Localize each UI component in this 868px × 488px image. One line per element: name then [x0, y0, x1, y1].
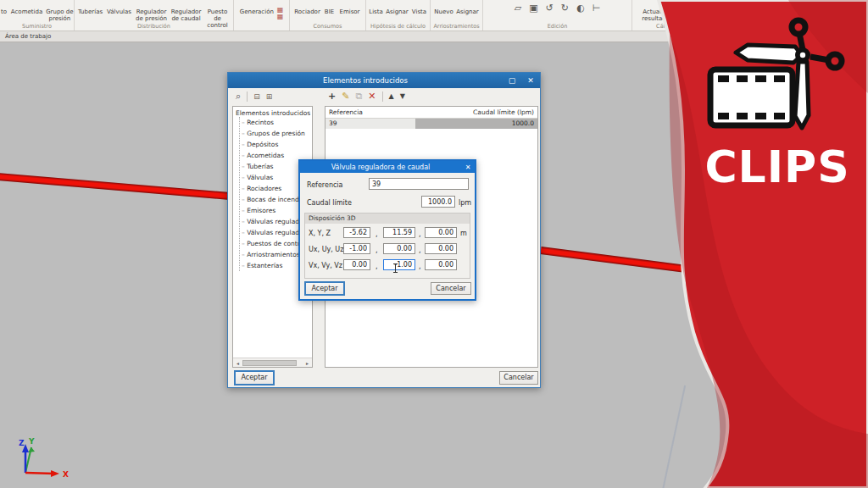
ribbon-group-calculo: Actualizar resultados ✔ ✘ Cálculo — [632, 0, 700, 30]
tree-item-depositos[interactable]: Depósitos — [240, 139, 312, 150]
text-cursor — [395, 263, 396, 273]
ribbon-toolbar: to Acometida Grupo de presión Suministro… — [0, 0, 868, 31]
vy-input[interactable] — [383, 259, 415, 270]
scroll-left-icon[interactable]: ◂ — [233, 360, 242, 366]
scrollbar-thumb[interactable] — [242, 360, 297, 366]
uxyz-label: Ux, Uy, Uz — [309, 246, 343, 253]
vx-input[interactable] — [343, 259, 370, 270]
group-header: Disposición 3D — [305, 214, 470, 224]
move-down-icon[interactable]: ▼ — [400, 92, 405, 100]
pipe-segment-right[interactable] — [540, 247, 688, 273]
copy-objects-icon[interactable]: ▣ — [529, 3, 537, 14]
valvula-reguladora-dialog: Válvula reguladora de caudal ✕ Referenci… — [298, 159, 476, 301]
ribbon-item-generacion[interactable]: Generación — [240, 8, 274, 15]
accept-button[interactable]: Aceptar — [305, 282, 344, 295]
caudal-limite-input[interactable] — [421, 196, 455, 208]
z-input[interactable] — [425, 227, 457, 238]
ribbon-item-valvulas[interactable]: Válvulas — [106, 8, 133, 15]
close-button[interactable]: ✕ — [461, 164, 475, 171]
ribbon-item-vista[interactable]: Vista — [411, 8, 428, 15]
axis-y-label: Y — [28, 437, 35, 446]
tree-item-recintos[interactable]: Recintos — [240, 117, 312, 128]
tree-item-grupos-presion[interactable]: Grupos de presión — [240, 128, 312, 139]
ribbon-group-hipotesis: Lista Asignar Vista Hipótesis de cálculo — [366, 0, 431, 30]
banner-shape — [659, 0, 868, 488]
divider — [382, 92, 383, 102]
referencia-input[interactable] — [369, 178, 469, 190]
scissors-pivot-icon — [795, 47, 810, 63]
move-up-icon[interactable]: ▲ — [389, 92, 394, 100]
mirror-icon[interactable]: ◐ — [576, 3, 585, 14]
banner-swoosh — [670, 34, 868, 488]
ribbon-item-asignar[interactable]: Asignar — [386, 8, 409, 15]
ribbon-item-bie[interactable]: BIE — [323, 8, 337, 15]
ribbon-item-acometida[interactable]: Acometida — [9, 8, 44, 15]
divider — [247, 92, 248, 102]
vz-input[interactable] — [425, 259, 457, 270]
collapse-tree-icon[interactable]: ⊟ — [253, 92, 260, 101]
rotate-ccw-icon[interactable]: ↺ — [546, 3, 554, 14]
ribbon-group-generacion: Generación ▦ ▦ — [234, 0, 290, 30]
ribbon-group-consumos: Rociador BIE Emisor Consumos — [290, 0, 366, 30]
ux-input[interactable] — [343, 243, 370, 254]
ribbon-item-actualizar-resultados[interactable]: Actualizar resultados — [640, 8, 676, 22]
ribbon-group-label: Suministro — [0, 23, 74, 30]
cancel-button[interactable]: Cancelar — [499, 371, 538, 385]
cell-referencia: 39 — [326, 119, 415, 129]
maximize-button[interactable]: ▢ — [503, 76, 521, 85]
tree-toolbar: ⌕ ⊟ ⊞ — [236, 91, 272, 102]
x-input[interactable] — [343, 227, 370, 238]
ribbon-item-asignar-arr[interactable]: Asignar — [456, 8, 480, 15]
horizontal-scrollbar[interactable]: ◂ ▸ — [233, 358, 312, 367]
separator: , — [419, 230, 421, 238]
uy-input[interactable] — [383, 243, 415, 254]
xyz-unit-label: m — [460, 230, 467, 237]
separator: , — [376, 230, 378, 238]
ribbon-item-grupo-presion[interactable]: Grupo de presión — [46, 8, 74, 22]
scroll-right-icon[interactable]: ▸ — [303, 360, 312, 366]
ribbon-item-deposito[interactable]: to — [0, 8, 8, 15]
table-row[interactable]: 39 1000.0 — [326, 119, 537, 129]
dialog-titlebar[interactable]: Válvula reguladora de caudal ✕ — [300, 161, 475, 173]
brush-icon[interactable]: ▱ — [515, 3, 521, 14]
ribbon-group-label: Hipótesis de cálculo — [366, 23, 430, 30]
cancel-button[interactable]: Cancelar — [431, 282, 471, 295]
search-icon[interactable]: ⌕ — [236, 91, 241, 102]
expand-tree-icon[interactable]: ⊞ — [266, 92, 273, 101]
uz-input[interactable] — [425, 243, 457, 254]
caudal-limite-label: Caudal límite — [307, 199, 352, 207]
rotate-cw-icon[interactable]: ↻ — [561, 3, 569, 14]
tree-root[interactable]: Elementos introducidos — [233, 107, 312, 117]
pin-icon[interactable]: ⊢ — [593, 3, 601, 14]
ribbon-item-emisor[interactable]: Emisor — [338, 8, 362, 15]
accept-button[interactable]: Aceptar — [235, 371, 274, 385]
y-input[interactable] — [383, 227, 415, 238]
scissors-blade-icon — [795, 62, 809, 128]
ribbon-item-tuberias[interactable]: Tuberías — [77, 8, 104, 15]
ribbon-group-distribucion: Tuberías Válvulas Regulador de presión R… — [75, 0, 234, 30]
table-header: Referencia Caudal límite (lpm) — [326, 107, 537, 119]
pipe-segment-left[interactable] — [0, 173, 230, 200]
delete-icon[interactable]: ✕ — [368, 91, 376, 102]
add-icon[interactable]: + — [328, 91, 336, 102]
generation-grid-icons[interactable]: ▦ ▦ — [277, 7, 284, 20]
axis-x-label: X — [63, 470, 69, 479]
check-calculation-icon[interactable]: ✔ ✘ — [680, 8, 693, 22]
dialog-titlebar[interactable]: Elementos introducidos ▢ ✕ — [228, 73, 540, 88]
ribbon-item-regulador-caudal[interactable]: Regulador de caudal — [170, 8, 203, 22]
ribbon-item-regulador-presion[interactable]: Regulador de presión — [135, 8, 169, 22]
ribbon-item-rociador[interactable]: Rociador — [294, 8, 321, 15]
workspace-tab[interactable]: Área de trabajo — [0, 31, 868, 42]
separator: , — [419, 263, 421, 270]
close-button[interactable]: ✕ — [521, 76, 540, 85]
edit-icon[interactable]: ✎ — [342, 91, 349, 102]
ribbon-item-nuevo[interactable]: Nuevo — [434, 8, 454, 15]
dialog-title: Válvula reguladora de caudal — [300, 164, 461, 171]
ribbon-item-lista[interactable]: Lista — [369, 8, 384, 15]
ribbon-group-edicion: ▱ ▣ ↺ ↻ ◐ ⊢ Edición — [483, 0, 632, 30]
axis-indicator: Z Y X — [8, 434, 85, 486]
table-toolbar: + ✎ ⧉ ✕ ▲ ▼ — [328, 91, 405, 102]
guide-line — [662, 385, 686, 488]
separator: , — [376, 247, 378, 254]
scissors-blade-icon — [736, 45, 802, 63]
